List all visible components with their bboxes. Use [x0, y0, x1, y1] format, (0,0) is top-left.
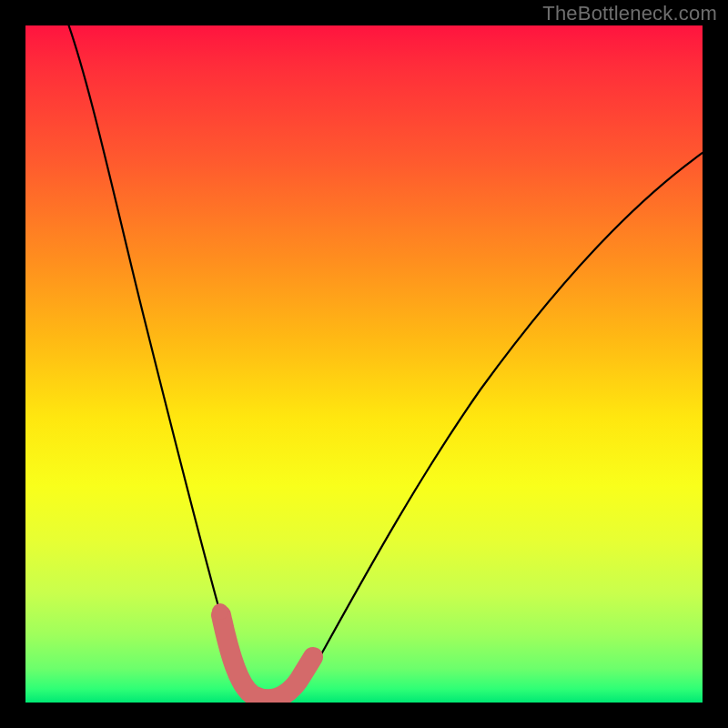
- curve-start-dot: [212, 603, 228, 620]
- bottleneck-curve: [66, 25, 703, 698]
- plot-area: [25, 25, 703, 703]
- watermark-text: TheBottleneck.com: [542, 2, 717, 25]
- chart-frame: TheBottleneck.com: [0, 0, 728, 728]
- curve-layer: [25, 25, 703, 703]
- optimal-range-marker: [221, 615, 313, 699]
